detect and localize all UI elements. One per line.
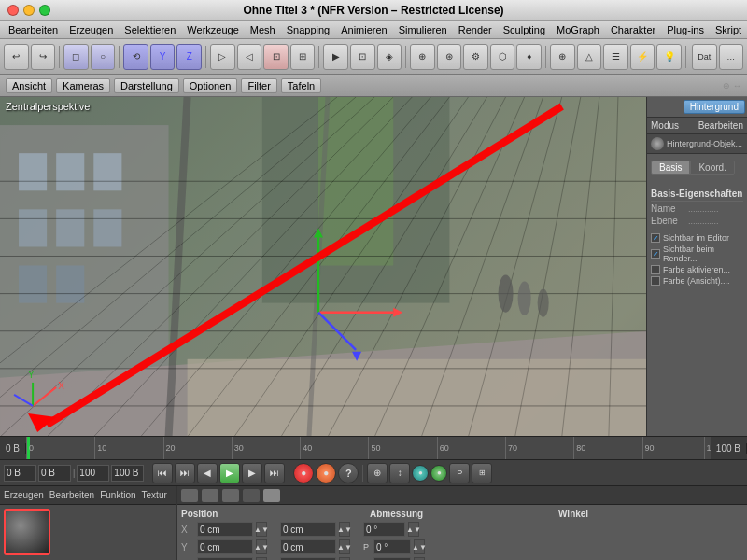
y-pos-input[interactable]: [197, 539, 253, 554]
toolbar-f1[interactable]: ⊕: [410, 44, 435, 70]
teal-btn1[interactable]: ●: [412, 465, 429, 482]
hintergrund-tab-btn[interactable]: Hintergrund: [684, 100, 745, 114]
start-frame-input[interactable]: [4, 465, 36, 482]
bearbeiten-label[interactable]: Bearbeiten: [698, 120, 743, 131]
toolbar-redo[interactable]: ↪: [31, 44, 56, 70]
x-win-input[interactable]: [363, 522, 405, 537]
snap-to-key-btn[interactable]: ⊕: [367, 463, 388, 483]
toolbar-render3[interactable]: ◈: [377, 44, 402, 70]
x-pos-input[interactable]: [197, 522, 253, 537]
view-darstellung[interactable]: Darstellung: [114, 78, 179, 93]
extra-btn1[interactable]: P: [449, 463, 470, 483]
menu-skript[interactable]: Skript: [711, 23, 746, 36]
menu-charakter[interactable]: Charakter: [606, 23, 660, 36]
check-farbe-aktivieren[interactable]: Farbe aktivieren...: [651, 265, 743, 274]
toolbar-extra[interactable]: …: [719, 44, 744, 70]
toolbar-t2[interactable]: ◁: [237, 44, 262, 70]
toolbar-rotate-z[interactable]: Z: [176, 44, 202, 70]
view-ansicht[interactable]: Ansicht: [6, 78, 52, 93]
x-win-spin[interactable]: ▲▼: [408, 522, 419, 537]
fast-forward-btn[interactable]: ⏭: [264, 463, 285, 483]
check-sichtbar-render-box[interactable]: [651, 249, 660, 259]
menu-bearbeiten[interactable]: Bearbeiten: [4, 23, 63, 36]
toolbar-t3[interactable]: ⊡: [263, 44, 289, 70]
minimize-button[interactable]: [23, 5, 35, 16]
menu-selektieren[interactable]: Selektieren: [120, 23, 180, 36]
tab-koord[interactable]: Koord.: [690, 161, 734, 175]
menu-simulieren[interactable]: Simulieren: [394, 23, 452, 36]
toolbar-t4[interactable]: ⊞: [290, 44, 316, 70]
play-btn[interactable]: ▶: [219, 463, 240, 483]
toolbar-render1[interactable]: ▶: [323, 44, 348, 70]
mat-erzeugen[interactable]: Erzeugen: [4, 490, 44, 500]
help-btn[interactable]: ?: [338, 463, 359, 483]
y-win-input[interactable]: [374, 539, 411, 554]
menu-render[interactable]: Render: [454, 23, 497, 36]
mat-funktion[interactable]: Funktion: [100, 490, 135, 500]
toolbar-rotate-x[interactable]: ⟲: [123, 44, 148, 70]
check-sichtbar-editor-box[interactable]: [651, 233, 660, 243]
check-farbe-ansicht[interactable]: Farbe (Ansicht)....: [651, 276, 743, 286]
teal-btn2[interactable]: ●: [430, 465, 447, 482]
close-button[interactable]: [7, 5, 19, 16]
view-tafeln[interactable]: Tafeln: [281, 78, 321, 93]
toolbar-obj1[interactable]: ◻: [63, 44, 89, 70]
check-sichtbar-editor[interactable]: Sichtbar im Editor: [651, 233, 743, 243]
check-farbe-ansicht-box[interactable]: [651, 276, 660, 286]
y-abm-spin[interactable]: ▲▼: [339, 539, 350, 554]
material-swatch[interactable]: [4, 509, 50, 555]
tab-basis[interactable]: Basis: [651, 161, 690, 175]
toolbar-cam[interactable]: ☰: [603, 44, 628, 70]
menu-werkzeuge[interactable]: Werkzeuge: [182, 23, 243, 36]
toolbar-rotate-y[interactable]: Y: [150, 44, 176, 70]
menu-mograph[interactable]: MoGraph: [552, 23, 604, 36]
menu-mesh[interactable]: Mesh: [246, 23, 280, 36]
toolbar-bulb[interactable]: 💡: [656, 44, 682, 70]
view-kameras[interactable]: Kameras: [56, 78, 110, 93]
extra-btn2[interactable]: ⊞: [472, 463, 492, 483]
maximize-button[interactable]: [39, 5, 50, 16]
y-abm-input[interactable]: [280, 539, 336, 554]
menu-plugins[interactable]: Plug-ins: [662, 23, 709, 36]
y-win-spin[interactable]: ▲▼: [414, 539, 425, 554]
record-anim-btn[interactable]: ●: [316, 463, 336, 483]
end-frame-display[interactable]: [111, 465, 144, 482]
y-pos-spin[interactable]: ▲▼: [256, 539, 267, 554]
menu-sculpting[interactable]: Sculpting: [499, 23, 550, 36]
record-btn[interactable]: ●: [293, 463, 314, 483]
check-sichtbar-render[interactable]: Sichtbar beim Render...: [651, 245, 743, 263]
mat-textur[interactable]: Textur: [142, 490, 167, 500]
menu-animieren[interactable]: Animieren: [336, 23, 392, 36]
x-abm-input[interactable]: [280, 522, 336, 537]
motion-btn[interactable]: ↕: [389, 463, 410, 483]
toolbar-f4[interactable]: ⬡: [490, 44, 515, 70]
end-frame-input[interactable]: [77, 465, 109, 482]
toolbar-obj2[interactable]: ○: [91, 44, 116, 70]
menu-snapping[interactable]: Snapping: [282, 23, 335, 36]
next-frame-btn[interactable]: ▶: [242, 463, 262, 483]
toolbar-fx[interactable]: ⚡: [630, 44, 655, 70]
toolbar-undo[interactable]: ↩: [4, 44, 29, 70]
view-optionen[interactable]: Optionen: [183, 78, 238, 93]
prev-frame-btn[interactable]: ◀: [197, 463, 218, 483]
toolbar-render2[interactable]: ⊡: [350, 44, 375, 70]
current-frame-input[interactable]: [38, 465, 71, 482]
menu-erzeugen[interactable]: Erzeugen: [64, 23, 118, 36]
toolbar-f2[interactable]: ⊛: [437, 44, 462, 70]
viewport[interactable]: X Y Zentralperspektive: [0, 97, 646, 436]
view-filter[interactable]: Filter: [241, 78, 276, 93]
toolbar-t1[interactable]: ▷: [210, 44, 235, 70]
goto-end-btn[interactable]: ⏭: [175, 463, 195, 483]
goto-start-btn[interactable]: ⏮: [152, 463, 173, 483]
toolbar-snap[interactable]: ⊕: [550, 44, 575, 70]
x-pos-spin[interactable]: ▲▼: [256, 522, 267, 537]
toolbar-light[interactable]: △: [577, 44, 602, 70]
rpanel-content: Basis-Eigenschaften Name ............. E…: [647, 181, 747, 436]
mat-bearbeiten[interactable]: Bearbeiten: [49, 490, 94, 500]
x-abm-spin[interactable]: ▲▼: [339, 522, 350, 537]
timeline-scale[interactable]: 0 10 20 30 40 50 60 70 80 90 100: [26, 437, 711, 459]
check-farbe-aktivieren-box[interactable]: [651, 265, 660, 274]
toolbar-f3[interactable]: ⚙: [463, 44, 488, 70]
toolbar-date[interactable]: Dat: [692, 44, 717, 70]
toolbar-f5[interactable]: ♦: [516, 44, 542, 70]
